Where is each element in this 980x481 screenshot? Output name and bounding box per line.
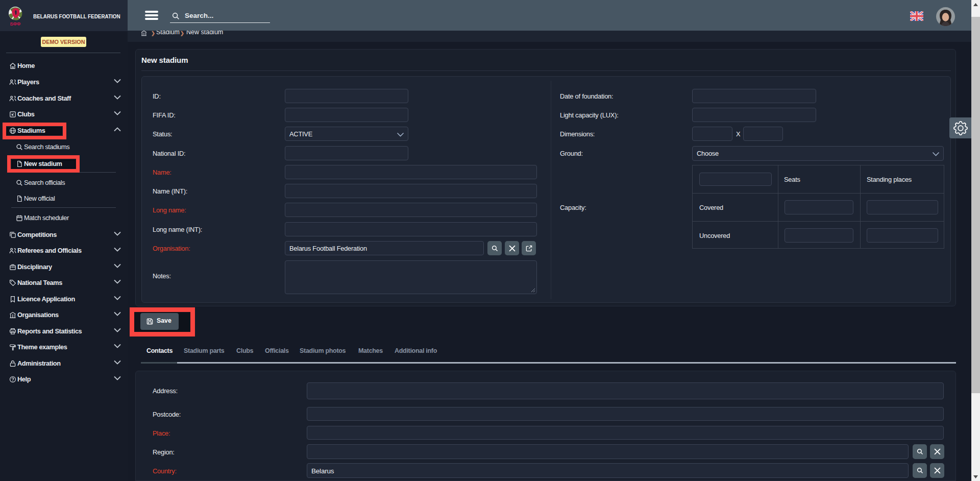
svg-text:БФФ: БФФ <box>10 21 20 27</box>
